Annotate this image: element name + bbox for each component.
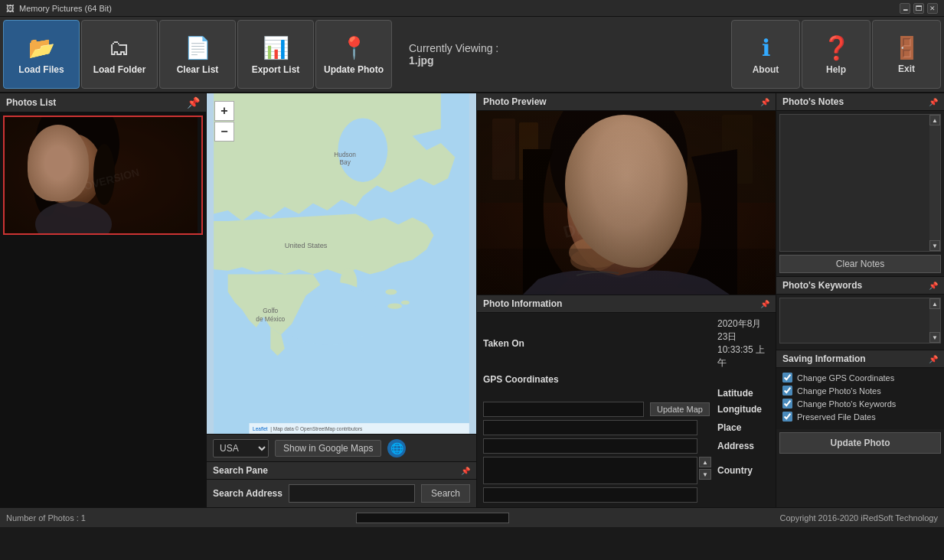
about-button[interactable]: ℹ About (731, 20, 800, 89)
saving-option-4: Preserved File Dates (782, 412, 938, 422)
change-notes-label: Change Photo's Notes (797, 386, 881, 396)
change-keywords-label: Change Photo's Keywords (797, 399, 896, 409)
latitude-row: Update Map (483, 402, 711, 417)
saving-pin-icon[interactable]: 📌 (929, 355, 938, 363)
svg-point-51 (631, 195, 635, 200)
longitude-label: Longitude (717, 404, 769, 415)
svg-text:DEMOVERSION: DEMOVERSION (60, 166, 141, 199)
about-icon: ℹ (762, 34, 770, 61)
copyright: Copyright 2016-2020 iRedSoft Technology (779, 513, 938, 523)
svg-rect-36 (477, 111, 776, 295)
place-label: Place (717, 422, 769, 433)
saving-title: Saving Information (782, 353, 866, 364)
map-controls: + − (214, 101, 234, 142)
search-address-input[interactable] (289, 484, 415, 503)
svg-point-50 (630, 196, 642, 203)
svg-point-3 (44, 134, 103, 207)
help-button[interactable]: ❓ Help (802, 20, 871, 89)
svg-text:Golfo: Golfo (263, 307, 278, 314)
svg-point-43 (588, 164, 649, 203)
exit-label: Exit (898, 63, 915, 74)
notes-scrollbar: ▲ ▼ (929, 115, 940, 251)
close-button[interactable]: ✕ (927, 3, 938, 14)
minimize-button[interactable]: 🗕 (900, 3, 910, 14)
photo-preview-title: Photo Preview (483, 96, 547, 107)
svg-rect-39 (519, 122, 538, 180)
photos-panel: Photos List 📌 (0, 93, 207, 507)
title-bar-controls: 🗕 🗖 ✕ (900, 3, 938, 14)
exit-button[interactable]: 🚪 Exit (872, 20, 941, 89)
help-icon: ❓ (822, 34, 851, 61)
notes-textarea[interactable] (780, 115, 929, 251)
svg-text:United States: United States (285, 242, 328, 249)
address-scroll-up[interactable]: ▲ (699, 457, 711, 467)
load-folder-button[interactable]: 🗂 Load Folder (81, 20, 158, 89)
photo-preview-image: DEMOVERSION (477, 111, 776, 295)
progress-bar (356, 513, 509, 523)
photos-list-pin-icon[interactable]: 📌 (187, 96, 200, 109)
photo-thumb-svg: DEMOVERSION (5, 117, 198, 233)
exit-icon: 🚪 (893, 35, 920, 60)
svg-point-8 (60, 163, 64, 166)
title-bar: 🖼 Memory Pictures (64 Bit) 🗕 🗖 ✕ (0, 0, 944, 17)
globe-button[interactable]: 🌐 (387, 439, 406, 457)
photo-info-header: Photo Information 📌 (477, 295, 776, 313)
app-icon: 🖼 (6, 4, 15, 13)
zoom-in-button[interactable]: + (214, 101, 234, 121)
gps-coords-label: GPS Coordinates (483, 374, 769, 385)
notes-scroll-up[interactable]: ▲ (929, 115, 940, 125)
update-photo-button[interactable]: Update Photo (779, 432, 941, 454)
clear-notes-button[interactable]: Clear Notes (779, 255, 941, 273)
update-photo-toolbar-button[interactable]: 📍 Update Photo (315, 20, 392, 89)
country-select[interactable]: USA Canada Mexico UK (213, 439, 269, 457)
update-map-button[interactable]: Update Map (650, 402, 710, 416)
notes-textarea-container[interactable]: ▲ ▼ (779, 114, 941, 252)
keywords-scroll-up[interactable]: ▲ (929, 298, 940, 309)
keywords-pin-icon[interactable]: 📌 (929, 282, 938, 290)
svg-point-6 (57, 161, 69, 169)
maximize-button[interactable]: 🗖 (913, 3, 924, 14)
address-scroll-down[interactable]: ▼ (699, 469, 711, 480)
toolbar-right: ℹ About ❓ Help 🚪 Exit (731, 20, 941, 89)
search-button[interactable]: Search (421, 484, 470, 503)
latitude-input[interactable] (483, 402, 644, 417)
svg-point-45 (591, 195, 611, 207)
svg-point-4 (33, 140, 60, 217)
country-input[interactable] (483, 487, 697, 503)
address-row: ▲ ▼ (483, 457, 711, 484)
export-list-button[interactable]: 📊 Export List (237, 20, 314, 89)
clear-list-button[interactable]: 📄 Clear List (159, 20, 236, 89)
photos-list[interactable]: DEMOVERSION (0, 112, 206, 507)
country-row (483, 487, 711, 503)
photo-preview-pin-icon[interactable]: 📌 (760, 98, 769, 106)
update-photo-label: Update Photo (324, 64, 384, 75)
svg-point-54 (605, 224, 632, 233)
search-pane-pin-icon[interactable]: 📌 (461, 467, 470, 475)
export-list-icon: 📊 (262, 34, 289, 61)
change-notes-checkbox[interactable] (782, 386, 792, 396)
show-google-maps-button[interactable]: Show in Google Maps (275, 440, 381, 457)
map-container[interactable]: Hudson Bay United States Golfo de México… (207, 93, 476, 434)
notes-pin-icon[interactable]: 📌 (929, 98, 938, 106)
address-input[interactable] (483, 457, 697, 484)
svg-point-21 (338, 118, 387, 181)
change-gps-checkbox[interactable] (782, 373, 792, 383)
longitude-input[interactable] (483, 420, 697, 435)
photo-thumbnail[interactable]: DEMOVERSION (3, 116, 203, 235)
keywords-container: ▲ ▼ (779, 298, 941, 343)
keywords-scroll-down[interactable]: ▼ (929, 332, 940, 343)
svg-rect-17 (5, 117, 198, 233)
place-input[interactable] (483, 438, 697, 454)
address-scroll: ▲ ▼ (699, 457, 711, 480)
svg-point-7 (59, 163, 67, 168)
preserve-dates-checkbox[interactable] (782, 412, 792, 422)
notes-scroll-down[interactable]: ▼ (929, 240, 940, 251)
change-keywords-checkbox[interactable] (782, 399, 792, 409)
keywords-header: Photo's Keywords 📌 (776, 276, 944, 295)
keywords-title: Photo's Keywords (782, 280, 862, 291)
photo-info-pin-icon[interactable]: 📌 (760, 300, 769, 308)
svg-rect-40 (722, 115, 753, 184)
search-pane: Search Pane 📌 Search Address Search (207, 461, 476, 507)
zoom-out-button[interactable]: − (214, 122, 234, 142)
load-files-button[interactable]: 📂 Load Files (3, 20, 80, 89)
